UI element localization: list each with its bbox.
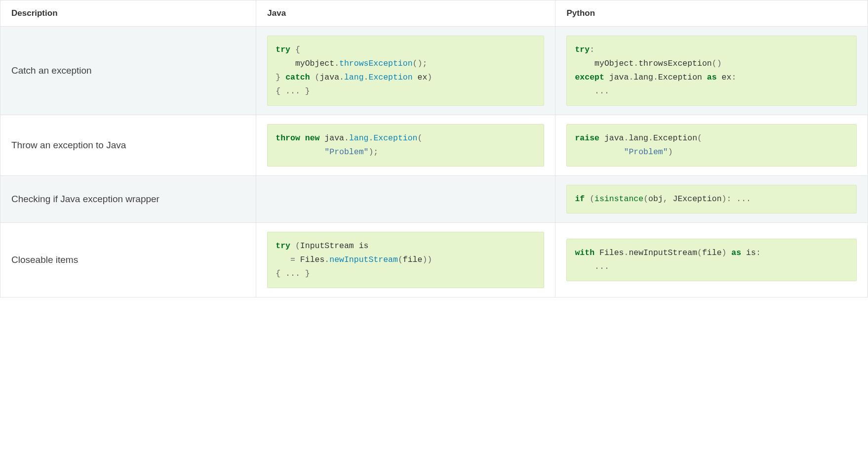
- python-cell: with Files.newInputStream(file) as is: .…: [555, 223, 868, 298]
- table-header-row: Description Java Python: [0, 0, 868, 27]
- header-description: Description: [0, 0, 256, 27]
- java-cell: [256, 176, 555, 223]
- table-row: Catch an exceptiontry { myObject.throwsE…: [0, 27, 868, 115]
- python-cell: try: myObject.throwsException() except j…: [555, 27, 868, 115]
- header-java: Java: [256, 0, 555, 27]
- code-block: throw new java.lang.Exception( "Problem"…: [267, 124, 544, 167]
- java-cell: try (InputStream is = Files.newInputStre…: [256, 223, 555, 298]
- code-block: raise java.lang.Exception( "Problem"): [566, 124, 857, 167]
- java-cell: throw new java.lang.Exception( "Problem"…: [256, 115, 555, 176]
- description-cell: Throw an exception to Java: [0, 115, 256, 176]
- header-python: Python: [555, 0, 868, 27]
- code-block: try { myObject.throwsException(); } catc…: [267, 36, 544, 106]
- python-cell: raise java.lang.Exception( "Problem"): [555, 115, 868, 176]
- exception-comparison-table: Description Java Python Catch an excepti…: [0, 0, 868, 298]
- code-block: with Files.newInputStream(file) as is: .…: [566, 239, 857, 281]
- code-block: try: myObject.throwsException() except j…: [566, 36, 857, 106]
- java-cell: try { myObject.throwsException(); } catc…: [256, 27, 555, 115]
- description-cell: Checking if Java exception wrapper: [0, 176, 256, 223]
- code-block: if (isinstance(obj, JException): ...: [566, 185, 857, 213]
- table-row: Throw an exception to Javathrow new java…: [0, 115, 868, 176]
- description-cell: Catch an exception: [0, 27, 256, 115]
- table-row: Checking if Java exception wrapperif (is…: [0, 176, 868, 223]
- python-cell: if (isinstance(obj, JException): ...: [555, 176, 868, 223]
- code-block: try (InputStream is = Files.newInputStre…: [267, 232, 544, 288]
- description-cell: Closeable items: [0, 223, 256, 298]
- table-row: Closeable itemstry (InputStream is = Fil…: [0, 223, 868, 298]
